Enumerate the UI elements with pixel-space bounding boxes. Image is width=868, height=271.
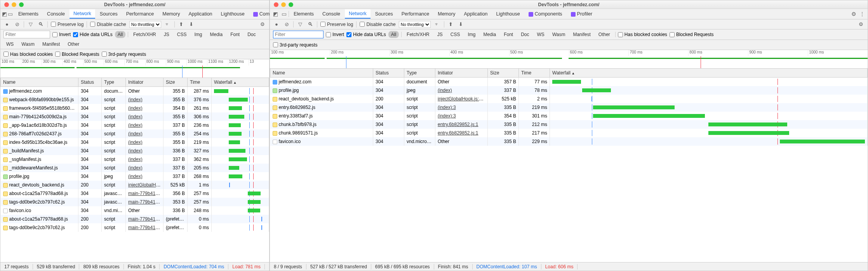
- tab-sources[interactable]: Sources: [96, 10, 122, 18]
- table-row[interactable]: react_devtools_backend.js200scriptinject…: [270, 95, 868, 103]
- type-img[interactable]: Img: [191, 31, 205, 38]
- network-table[interactable]: Name Status Type Initiator Size Time Wat…: [0, 78, 269, 262]
- table-row[interactable]: about-c1ca25a77978ad68.js200scriptmain-7…: [1, 215, 269, 223]
- panel-settings-icon[interactable]: ⚙: [259, 21, 266, 27]
- type-all[interactable]: All: [115, 31, 125, 38]
- table-row[interactable]: tags-dd0be9c2cb797c62.js200scriptmain-77…: [1, 223, 269, 232]
- tab-sources[interactable]: Sources: [371, 10, 397, 18]
- tab-performance[interactable]: Performance: [122, 10, 158, 18]
- wifi-icon[interactable]: ᯤ: [434, 21, 441, 27]
- clear-icon[interactable]: ⊘: [14, 21, 21, 27]
- record-icon[interactable]: ●: [273, 21, 280, 27]
- type-js[interactable]: JS: [161, 31, 172, 38]
- type-css[interactable]: CSS: [448, 31, 463, 38]
- table-row[interactable]: profile.jpg304jpeg(index)337 B78 ms: [270, 86, 868, 95]
- table-row[interactable]: _ssgManifest.js304script(index)337 B362 …: [1, 155, 269, 164]
- timeline-overview[interactable]: 100 ms200 ms300 ms400 ms500 ms600 ms700 …: [270, 50, 868, 69]
- tab-memory[interactable]: Memory: [434, 10, 459, 18]
- device-icon[interactable]: ▭: [280, 11, 288, 17]
- settings-icon[interactable]: ⚙: [850, 11, 858, 17]
- table-row[interactable]: webpack-69bfa6990bb9e155.js304script(ind…: [1, 95, 269, 104]
- type-js[interactable]: JS: [435, 31, 445, 38]
- type-other[interactable]: Other: [65, 41, 82, 48]
- col-waterfall[interactable]: Waterfall: [212, 78, 269, 87]
- tab-network[interactable]: Network: [345, 9, 371, 19]
- filter-input[interactable]: [273, 31, 324, 38]
- type-wasm[interactable]: Wasm: [550, 31, 568, 38]
- col-status[interactable]: Status: [78, 78, 102, 87]
- hide-data-urls-checkbox[interactable]: Hide data URLs: [346, 32, 386, 37]
- col-initiator[interactable]: Initiator: [435, 69, 488, 78]
- device-icon[interactable]: ▭: [8, 11, 13, 17]
- type-font[interactable]: Font: [228, 31, 242, 38]
- hide-data-urls-checkbox[interactable]: Hide data URLs: [73, 32, 113, 37]
- col-status[interactable]: Status: [373, 69, 404, 78]
- table-row[interactable]: index-5d95b135c4bc36ae.js304script(index…: [1, 138, 269, 147]
- tab-lighthouse[interactable]: Lighthouse: [492, 10, 524, 18]
- col-name[interactable]: Name: [270, 69, 373, 78]
- type-img[interactable]: Img: [465, 31, 478, 38]
- tab-elements[interactable]: Elements: [14, 10, 42, 18]
- third-party-checkbox[interactable]: 3rd-party requests: [273, 42, 317, 48]
- table-row[interactable]: jeffmendez.com304documentOther357 B77 ms: [270, 78, 868, 86]
- type-doc[interactable]: Doc: [518, 31, 532, 38]
- blocked-cookies-checkbox[interactable]: Has blocked cookies: [3, 52, 53, 57]
- filter-icon[interactable]: ▽: [297, 21, 304, 27]
- filter-icon[interactable]: ▽: [27, 21, 34, 27]
- third-party-checkbox[interactable]: 3rd-party requests: [102, 52, 146, 57]
- network-table[interactable]: Name Status Type Initiator Size Time Wat…: [270, 69, 868, 262]
- import-icon[interactable]: ⬆: [178, 21, 185, 27]
- type-manifest[interactable]: Manifest: [570, 31, 593, 38]
- throttling-select[interactable]: No throttling: [129, 21, 161, 28]
- col-type[interactable]: Type: [404, 69, 435, 78]
- type-media[interactable]: Media: [480, 31, 499, 38]
- type-doc[interactable]: Doc: [245, 31, 258, 38]
- table-row[interactable]: entry.338f3af7.js304script(index):3354 B…: [270, 112, 868, 120]
- type-wasm[interactable]: Wasm: [19, 41, 37, 48]
- type-all[interactable]: All: [388, 31, 399, 38]
- table-row[interactable]: jeffmendez.com304documentOther355 B287 m…: [1, 87, 269, 96]
- type-font[interactable]: Font: [501, 31, 516, 38]
- tab-application[interactable]: Application: [460, 10, 491, 18]
- throttling-select[interactable]: No throttling: [399, 21, 431, 28]
- col-size[interactable]: Size: [164, 78, 188, 87]
- tab-profiler[interactable]: Profiler: [567, 10, 597, 18]
- type-media[interactable]: Media: [207, 31, 225, 38]
- col-waterfall[interactable]: Waterfall: [550, 69, 868, 78]
- clear-icon[interactable]: ⊘: [283, 21, 290, 27]
- tab-components[interactable]: Components: [525, 10, 566, 18]
- tab-application[interactable]: Application: [184, 10, 216, 18]
- type-fetch[interactable]: Fetch/XHR: [404, 31, 432, 38]
- table-row[interactable]: favicon.ico304vnd.micro…Other336 B248 ms: [1, 206, 269, 215]
- table-row[interactable]: react_devtools_backend.js200scriptinject…: [1, 181, 269, 189]
- table-row[interactable]: favicon.ico304vnd.microsoft.i…Other335 B…: [270, 137, 868, 146]
- blocked-requests-checkbox[interactable]: Blocked Requests: [55, 52, 99, 57]
- blocked-requests-checkbox[interactable]: Blocked Requests: [670, 32, 714, 37]
- type-manifest[interactable]: Manifest: [40, 41, 63, 48]
- invert-checkbox[interactable]: Invert: [326, 32, 344, 37]
- tab-console[interactable]: Console: [318, 10, 344, 18]
- table-row[interactable]: _buildManifest.js304script(index)336 B32…: [1, 147, 269, 155]
- type-ws[interactable]: WS: [3, 41, 16, 48]
- wifi-icon[interactable]: ᯤ: [164, 21, 171, 27]
- type-css[interactable]: CSS: [174, 31, 190, 38]
- table-row[interactable]: entry.6b829852.js304script(index):3335 B…: [270, 103, 868, 112]
- table-row[interactable]: chunk.b7bfb978.js304scriptentry.6b829852…: [270, 120, 868, 129]
- table-row[interactable]: _middlewareManifest.js304script(index)33…: [1, 164, 269, 172]
- tab-performance[interactable]: Performance: [398, 10, 433, 18]
- inspect-icon[interactable]: ◩: [271, 11, 279, 17]
- tab-network[interactable]: Network: [70, 9, 95, 19]
- inspect-icon[interactable]: ◩: [2, 11, 7, 17]
- invert-checkbox[interactable]: Invert: [52, 32, 71, 37]
- type-other[interactable]: Other: [596, 31, 613, 38]
- col-time[interactable]: Time: [188, 78, 212, 87]
- tab-lighthouse[interactable]: Lighthouse: [217, 10, 249, 18]
- search-icon[interactable]: 🔍︎: [37, 21, 44, 27]
- disable-cache-checkbox[interactable]: Disable cache: [360, 22, 395, 27]
- type-ws[interactable]: WS: [534, 31, 547, 38]
- kebab-icon[interactable]: ⋮: [858, 11, 866, 17]
- timeline-overview[interactable]: 100 ms200 ms300 ms400 ms500 ms600 ms700 …: [0, 59, 269, 78]
- table-row[interactable]: profile.jpg304jpeg(index)337 B268 ms: [1, 172, 269, 181]
- table-row[interactable]: _app-9a1ac6d18b302d7b.js304script(index)…: [1, 121, 269, 129]
- table-row[interactable]: about-c1ca25a77978ad68.js304javascriptma…: [1, 189, 269, 198]
